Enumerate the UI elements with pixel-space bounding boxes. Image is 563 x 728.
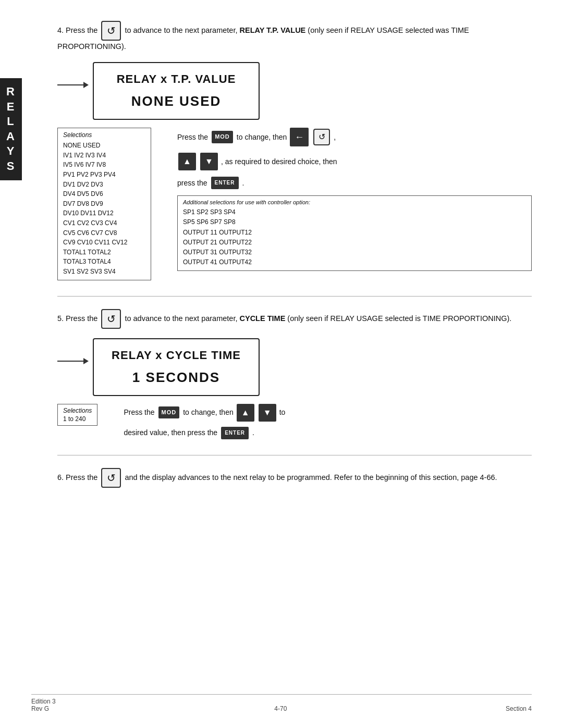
sidebar: R E L A Y S [0, 78, 22, 180]
sel-item: DV1 DV2 DV3 [63, 180, 145, 190]
sel-item: DV10 DV11 DV12 [63, 208, 145, 218]
instr2-after: , as required to desired choice, then [221, 156, 337, 167]
instr-line-2: ▲ ▼ , as required to desired choice, the… [177, 153, 532, 170]
relay-cycle-time-section: RELAY x CYCLE TIME 1 SECONDS Selections … [57, 338, 532, 439]
sel-item: SV1 SV2 SV3 SV4 [63, 267, 145, 277]
advance-icon-2[interactable]: ↺ [101, 309, 121, 329]
up-arrow-button-2[interactable]: ▲ [237, 404, 254, 422]
add-sel-item: SP1 SP2 SP3 SP4 [183, 207, 526, 217]
display2-title: RELAY x CYCLE TIME [109, 349, 243, 362]
display2-value: 1 SECONDS [109, 369, 243, 386]
step5-param-name: CYCLE TIME [240, 314, 286, 322]
footer-center: 4-70 [274, 705, 287, 712]
step5-paragraph: 5. Press the ↺ to advance to the next pa… [57, 309, 532, 329]
display1-value: NONE USED [109, 93, 243, 109]
sel-item: CV9 CV10 CV11 CV12 [63, 238, 145, 248]
instr-line-3: press the ENTER . [177, 177, 532, 189]
selections-range-2: 1 to 240 [63, 415, 92, 423]
sel-item: DV4 DV5 DV6 [63, 189, 145, 199]
add-sel-item: OUTPUT 41 OUTPUT42 [183, 257, 526, 267]
sidebar-letter-y: Y [7, 144, 16, 159]
sidebar-letter-e: E [7, 100, 16, 115]
instructions-2: Press the MOD to change, then ▲ ▼ to des… [124, 404, 532, 439]
selections-box-1: Selections NONE USED IV1 IV2 IV3 IV4 IV5… [57, 128, 151, 280]
add-sel-items: SP1 SP2 SP3 SP4 SP5 SP6 SP7 SP8 OUTPUT 1… [183, 207, 526, 267]
footer-left: Edition 3 Rev G [31, 698, 56, 712]
mod-button-2[interactable]: MOD [158, 406, 180, 419]
selections-box-2: Selections 1 to 240 [57, 404, 97, 426]
add-sel-item: OUTPUT 11 OUTPUT12 [183, 228, 526, 238]
additional-selections-box: Additional selections for use with contr… [177, 195, 532, 271]
sidebar-letter-r: R [6, 84, 16, 100]
step6-paragraph: 6. Press the ↺ and the display advances … [57, 468, 532, 488]
enter-button-1[interactable]: ENTER [211, 177, 239, 189]
step6-text2: and the display advances to the next rel… [125, 473, 497, 481]
down-arrow-button-1[interactable]: ▼ [200, 153, 218, 170]
instr1-after: to change, then [237, 131, 287, 143]
instr2-2-period: . [252, 427, 254, 438]
step4-text-middle: to advance to the next parameter, [125, 26, 239, 34]
footer: Edition 3 Rev G 4-70 Section 4 [31, 694, 532, 712]
instructions-1: Press the MOD to change, then ← ↺ , ▲ ▼ … [177, 128, 532, 271]
step5-text-after: (only seen if RELAY USAGE selected is TI… [285, 314, 511, 322]
selections-items-1: NONE USED IV1 IV2 IV3 IV4 IV5 IV6 IV7 IV… [63, 141, 145, 276]
sidebar-letter-l: L [7, 114, 15, 129]
sel-item: NONE USED [63, 141, 145, 151]
mod-button-1[interactable]: MOD [212, 131, 233, 143]
footer-edition: Edition 3 [31, 698, 56, 705]
step6-text1: 6. Press the [57, 473, 97, 481]
divider-1 [57, 296, 532, 297]
sel-item: TOTAL3 TOTAL4 [63, 257, 145, 267]
display-box-1: RELAY x T.P. VALUE NONE USED [93, 62, 260, 120]
instr3-before: press the [177, 177, 207, 189]
add-sel-title: Additional selections for use with contr… [183, 199, 526, 205]
advance-icon-3[interactable]: ↺ [101, 468, 121, 488]
footer-right: Section 4 [506, 705, 532, 712]
step4-param-name: RELAY T.P. VALUE [240, 26, 306, 34]
sel-item: PV1 PV2 PV3 PV4 [63, 170, 145, 180]
advance-icon-1[interactable]: ↺ [101, 21, 121, 41]
relay-tp-value-section: RELAY x T.P. VALUE NONE USED Selections … [57, 62, 532, 280]
display2-row: RELAY x CYCLE TIME 1 SECONDS [57, 338, 532, 396]
instr-line-1: Press the MOD to change, then ← ↺ , [177, 128, 532, 146]
selections-title-2: Selections [63, 407, 92, 414]
footer-rev: Rev G [31, 705, 56, 712]
selections-title-1: Selections [63, 131, 145, 139]
sel-item: DV7 DV8 DV9 [63, 199, 145, 209]
instr1-before: Press the [177, 131, 208, 143]
step4-text-before: 4. Press the [57, 26, 97, 34]
instr2-line-1: Press the MOD to change, then ▲ ▼ to [124, 404, 532, 422]
instr2-1-before: Press the [124, 406, 154, 418]
instr2-1-after: to change, then [183, 406, 234, 418]
sel-item: CV1 CV2 CV3 CV4 [63, 218, 145, 228]
page: R E L A Y S 4. Press the ↺ to advance to… [0, 0, 563, 728]
divider-2 [57, 455, 532, 455]
sidebar-letter-a: A [6, 129, 16, 144]
instr2-1-end: to [279, 406, 286, 418]
cycle-button-1[interactable]: ↺ [313, 129, 330, 145]
sel-item: TOTAL1 TOTAL2 [63, 248, 145, 257]
down-arrow-button-2[interactable]: ▼ [259, 404, 276, 422]
instr3-period: . [242, 177, 244, 189]
selections-instructions-1: Selections NONE USED IV1 IV2 IV3 IV4 IV5… [57, 128, 532, 280]
add-sel-item: OUTPUT 31 OUTPUT32 [183, 248, 526, 257]
up-arrow-button-1[interactable]: ▲ [178, 153, 196, 170]
display1-title: RELAY x T.P. VALUE [109, 72, 243, 86]
sel-item: IV5 IV6 IV7 IV8 [63, 160, 145, 170]
main-content: 4. Press the ↺ to advance to the next pa… [57, 21, 532, 497]
instr2-2-before: desired value, then press the [124, 427, 217, 438]
step5-text-before: 5. Press the [57, 314, 97, 322]
enter-button-2[interactable]: ENTER [221, 427, 249, 439]
step5-text-middle: to advance to the next parameter, [125, 314, 239, 322]
display-box-2: RELAY x CYCLE TIME 1 SECONDS [93, 338, 260, 396]
add-sel-item: SP5 SP6 SP7 SP8 [183, 217, 526, 227]
display1-row: RELAY x T.P. VALUE NONE USED [57, 62, 532, 120]
sidebar-letter-s: S [7, 159, 16, 174]
add-sel-item: OUTPUT 21 OUTPUT22 [183, 238, 526, 248]
sel-item: IV1 IV2 IV3 IV4 [63, 151, 145, 161]
back-arrow-button-1[interactable]: ← [290, 128, 309, 146]
step4-paragraph: 4. Press the ↺ to advance to the next pa… [57, 21, 532, 53]
sel-item: CV5 CV6 CV7 CV8 [63, 228, 145, 238]
instr1-comma: , [334, 131, 336, 143]
selections-instructions-2: Selections 1 to 240 Press the MOD to cha… [57, 404, 532, 439]
